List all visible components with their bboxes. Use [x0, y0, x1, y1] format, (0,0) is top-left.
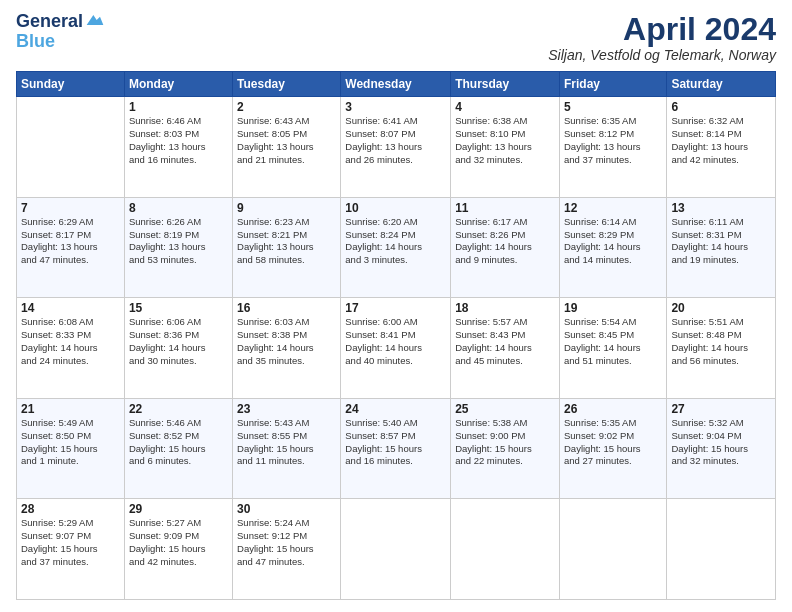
day-number: 24 — [345, 402, 446, 416]
calendar-cell: 21Sunrise: 5:49 AM Sunset: 8:50 PM Dayli… — [17, 398, 125, 499]
day-number: 10 — [345, 201, 446, 215]
day-number: 15 — [129, 301, 228, 315]
day-detail: Sunrise: 6:43 AM Sunset: 8:05 PM Dayligh… — [237, 115, 336, 166]
day-number: 20 — [671, 301, 771, 315]
day-detail: Sunrise: 6:26 AM Sunset: 8:19 PM Dayligh… — [129, 216, 228, 267]
week-row-5: 28Sunrise: 5:29 AM Sunset: 9:07 PM Dayli… — [17, 499, 776, 600]
calendar-cell — [17, 97, 125, 198]
calendar-cell: 24Sunrise: 5:40 AM Sunset: 8:57 PM Dayli… — [341, 398, 451, 499]
day-detail: Sunrise: 5:32 AM Sunset: 9:04 PM Dayligh… — [671, 417, 771, 468]
day-detail: Sunrise: 5:38 AM Sunset: 9:00 PM Dayligh… — [455, 417, 555, 468]
day-detail: Sunrise: 5:35 AM Sunset: 9:02 PM Dayligh… — [564, 417, 662, 468]
day-number: 5 — [564, 100, 662, 114]
day-number: 8 — [129, 201, 228, 215]
calendar-cell: 13Sunrise: 6:11 AM Sunset: 8:31 PM Dayli… — [667, 197, 776, 298]
day-number: 7 — [21, 201, 120, 215]
day-detail: Sunrise: 6:17 AM Sunset: 8:26 PM Dayligh… — [455, 216, 555, 267]
day-detail: Sunrise: 6:11 AM Sunset: 8:31 PM Dayligh… — [671, 216, 771, 267]
week-row-4: 21Sunrise: 5:49 AM Sunset: 8:50 PM Dayli… — [17, 398, 776, 499]
day-number: 18 — [455, 301, 555, 315]
calendar-cell: 30Sunrise: 5:24 AM Sunset: 9:12 PM Dayli… — [233, 499, 341, 600]
day-detail: Sunrise: 5:49 AM Sunset: 8:50 PM Dayligh… — [21, 417, 120, 468]
day-number: 30 — [237, 502, 336, 516]
day-number: 12 — [564, 201, 662, 215]
weekday-header-wednesday: Wednesday — [341, 72, 451, 97]
day-detail: Sunrise: 6:46 AM Sunset: 8:03 PM Dayligh… — [129, 115, 228, 166]
day-number: 16 — [237, 301, 336, 315]
day-detail: Sunrise: 6:23 AM Sunset: 8:21 PM Dayligh… — [237, 216, 336, 267]
day-detail: Sunrise: 5:54 AM Sunset: 8:45 PM Dayligh… — [564, 316, 662, 367]
calendar-cell: 2Sunrise: 6:43 AM Sunset: 8:05 PM Daylig… — [233, 97, 341, 198]
day-detail: Sunrise: 6:41 AM Sunset: 8:07 PM Dayligh… — [345, 115, 446, 166]
day-detail: Sunrise: 6:35 AM Sunset: 8:12 PM Dayligh… — [564, 115, 662, 166]
calendar-cell: 12Sunrise: 6:14 AM Sunset: 8:29 PM Dayli… — [559, 197, 666, 298]
calendar-cell: 10Sunrise: 6:20 AM Sunset: 8:24 PM Dayli… — [341, 197, 451, 298]
day-detail: Sunrise: 5:46 AM Sunset: 8:52 PM Dayligh… — [129, 417, 228, 468]
calendar-table: SundayMondayTuesdayWednesdayThursdayFrid… — [16, 71, 776, 600]
week-row-2: 7Sunrise: 6:29 AM Sunset: 8:17 PM Daylig… — [17, 197, 776, 298]
calendar-cell: 15Sunrise: 6:06 AM Sunset: 8:36 PM Dayli… — [124, 298, 232, 399]
day-number: 25 — [455, 402, 555, 416]
day-number: 22 — [129, 402, 228, 416]
calendar-cell: 4Sunrise: 6:38 AM Sunset: 8:10 PM Daylig… — [451, 97, 560, 198]
day-detail: Sunrise: 6:29 AM Sunset: 8:17 PM Dayligh… — [21, 216, 120, 267]
calendar-cell — [451, 499, 560, 600]
day-number: 2 — [237, 100, 336, 114]
day-detail: Sunrise: 5:51 AM Sunset: 8:48 PM Dayligh… — [671, 316, 771, 367]
week-row-3: 14Sunrise: 6:08 AM Sunset: 8:33 PM Dayli… — [17, 298, 776, 399]
weekday-header-thursday: Thursday — [451, 72, 560, 97]
calendar-cell — [341, 499, 451, 600]
calendar-cell: 20Sunrise: 5:51 AM Sunset: 8:48 PM Dayli… — [667, 298, 776, 399]
day-number: 14 — [21, 301, 120, 315]
day-detail: Sunrise: 6:38 AM Sunset: 8:10 PM Dayligh… — [455, 115, 555, 166]
day-detail: Sunrise: 6:20 AM Sunset: 8:24 PM Dayligh… — [345, 216, 446, 267]
calendar-cell: 14Sunrise: 6:08 AM Sunset: 8:33 PM Dayli… — [17, 298, 125, 399]
day-number: 11 — [455, 201, 555, 215]
calendar-cell: 7Sunrise: 6:29 AM Sunset: 8:17 PM Daylig… — [17, 197, 125, 298]
calendar-cell: 28Sunrise: 5:29 AM Sunset: 9:07 PM Dayli… — [17, 499, 125, 600]
day-detail: Sunrise: 6:00 AM Sunset: 8:41 PM Dayligh… — [345, 316, 446, 367]
calendar-cell: 16Sunrise: 6:03 AM Sunset: 8:38 PM Dayli… — [233, 298, 341, 399]
day-detail: Sunrise: 5:43 AM Sunset: 8:55 PM Dayligh… — [237, 417, 336, 468]
title-area: April 2024 Siljan, Vestfold og Telemark,… — [548, 12, 776, 63]
day-detail: Sunrise: 6:06 AM Sunset: 8:36 PM Dayligh… — [129, 316, 228, 367]
calendar-cell: 1Sunrise: 6:46 AM Sunset: 8:03 PM Daylig… — [124, 97, 232, 198]
day-number: 3 — [345, 100, 446, 114]
weekday-header-saturday: Saturday — [667, 72, 776, 97]
weekday-header-tuesday: Tuesday — [233, 72, 341, 97]
day-detail: Sunrise: 5:29 AM Sunset: 9:07 PM Dayligh… — [21, 517, 120, 568]
day-number: 23 — [237, 402, 336, 416]
day-number: 26 — [564, 402, 662, 416]
month-title: April 2024 — [548, 12, 776, 47]
day-detail: Sunrise: 6:03 AM Sunset: 8:38 PM Dayligh… — [237, 316, 336, 367]
calendar-cell: 23Sunrise: 5:43 AM Sunset: 8:55 PM Dayli… — [233, 398, 341, 499]
weekday-header-row: SundayMondayTuesdayWednesdayThursdayFrid… — [17, 72, 776, 97]
logo-text: General — [16, 12, 83, 32]
calendar-cell: 5Sunrise: 6:35 AM Sunset: 8:12 PM Daylig… — [559, 97, 666, 198]
day-number: 9 — [237, 201, 336, 215]
day-number: 13 — [671, 201, 771, 215]
day-number: 27 — [671, 402, 771, 416]
day-number: 1 — [129, 100, 228, 114]
day-number: 29 — [129, 502, 228, 516]
calendar-cell: 27Sunrise: 5:32 AM Sunset: 9:04 PM Dayli… — [667, 398, 776, 499]
logo-icon — [85, 10, 105, 30]
calendar-cell: 8Sunrise: 6:26 AM Sunset: 8:19 PM Daylig… — [124, 197, 232, 298]
calendar-cell: 25Sunrise: 5:38 AM Sunset: 9:00 PM Dayli… — [451, 398, 560, 499]
weekday-header-monday: Monday — [124, 72, 232, 97]
calendar-cell: 6Sunrise: 6:32 AM Sunset: 8:14 PM Daylig… — [667, 97, 776, 198]
day-number: 19 — [564, 301, 662, 315]
weekday-header-sunday: Sunday — [17, 72, 125, 97]
calendar-cell: 22Sunrise: 5:46 AM Sunset: 8:52 PM Dayli… — [124, 398, 232, 499]
weekday-header-friday: Friday — [559, 72, 666, 97]
calendar-cell: 17Sunrise: 6:00 AM Sunset: 8:41 PM Dayli… — [341, 298, 451, 399]
calendar-cell: 3Sunrise: 6:41 AM Sunset: 8:07 PM Daylig… — [341, 97, 451, 198]
calendar-cell: 11Sunrise: 6:17 AM Sunset: 8:26 PM Dayli… — [451, 197, 560, 298]
calendar-cell: 18Sunrise: 5:57 AM Sunset: 8:43 PM Dayli… — [451, 298, 560, 399]
location: Siljan, Vestfold og Telemark, Norway — [548, 47, 776, 63]
day-number: 4 — [455, 100, 555, 114]
calendar-cell — [559, 499, 666, 600]
calendar-cell: 29Sunrise: 5:27 AM Sunset: 9:09 PM Dayli… — [124, 499, 232, 600]
day-detail: Sunrise: 6:08 AM Sunset: 8:33 PM Dayligh… — [21, 316, 120, 367]
day-detail: Sunrise: 5:24 AM Sunset: 9:12 PM Dayligh… — [237, 517, 336, 568]
